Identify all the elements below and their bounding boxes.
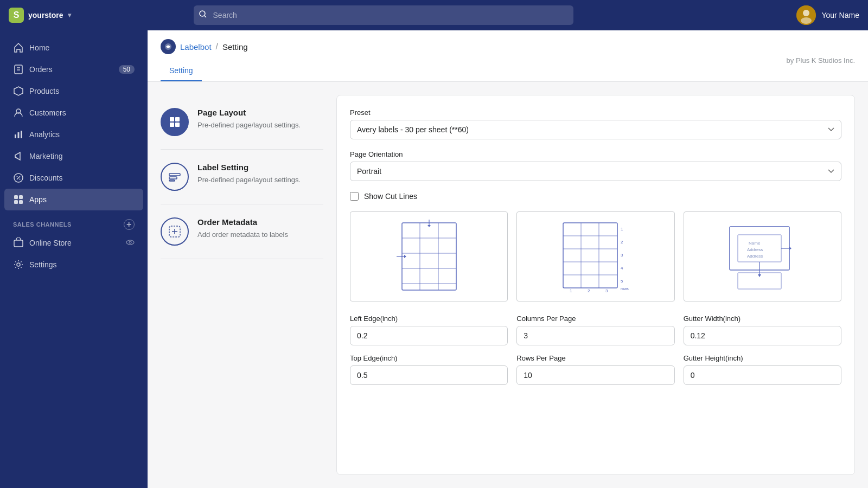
shopify-icon: S xyxy=(9,8,24,23)
marketing-icon xyxy=(13,151,24,162)
panel-label-setting-title: Label Setting xyxy=(197,163,301,172)
svg-marker-8 xyxy=(14,87,23,95)
user-name: Your Name xyxy=(821,11,859,20)
discounts-icon xyxy=(13,172,24,183)
svg-rect-36 xyxy=(402,223,456,290)
svg-text:Address: Address xyxy=(747,247,763,252)
sidebar-label-marketing: Marketing xyxy=(29,152,62,160)
panel-page-layout-title: Page Layout xyxy=(197,108,301,117)
sidebar-item-products[interactable]: Products xyxy=(4,80,143,102)
settings-icon xyxy=(13,259,24,270)
store-name: yourstore xyxy=(28,11,63,20)
sidebar-label-home: Home xyxy=(29,43,49,52)
analytics-icon xyxy=(13,129,24,140)
preset-label: Preset xyxy=(350,108,841,117)
products-icon xyxy=(13,86,24,97)
content-header: Labelbot / Setting Setting by Plus K Stu… xyxy=(148,30,868,82)
gutter-width-input[interactable] xyxy=(684,326,841,345)
svg-point-24 xyxy=(17,263,20,266)
svg-text:5: 5 xyxy=(621,279,623,284)
store-logo[interactable]: S yourstore ▾ xyxy=(9,8,71,23)
preset-select[interactable]: Avery labels - 30 per sheet (**60) Custo… xyxy=(350,120,841,139)
tab-setting[interactable]: Setting xyxy=(161,61,202,81)
left-edge-input[interactable] xyxy=(350,326,508,345)
order-metadata-icon xyxy=(161,217,189,246)
page-orientation-group: Page Orientation Portrait Landscape xyxy=(350,150,841,181)
panel-item-order-metadata[interactable]: Order Metadata Add order metadata to lab… xyxy=(161,204,323,259)
svg-rect-30 xyxy=(169,174,180,176)
svg-text:3: 3 xyxy=(605,288,608,293)
svg-rect-26 xyxy=(170,117,174,121)
rows-per-page-input[interactable] xyxy=(516,365,674,385)
sidebar-label-orders: Orders xyxy=(29,65,53,74)
dropdown-icon[interactable]: ▾ xyxy=(68,11,71,19)
breadcrumb-app-link[interactable]: Labelbot xyxy=(180,42,212,52)
svg-point-22 xyxy=(126,240,134,245)
svg-rect-27 xyxy=(175,117,180,121)
top-edge-group: Top Edge(inch) xyxy=(350,354,508,385)
sidebar-item-home[interactable]: Home xyxy=(4,37,143,59)
svg-text:Name: Name xyxy=(749,241,761,246)
home-icon xyxy=(13,42,24,53)
svg-rect-10 xyxy=(15,134,16,138)
add-sales-channel-button[interactable]: + xyxy=(124,219,135,230)
columns-per-page-input[interactable] xyxy=(516,326,674,345)
sidebar-item-settings[interactable]: Settings xyxy=(4,254,143,275)
columns-per-page-group: Columns Per Page xyxy=(516,314,674,345)
panel-page-layout-desc: Pre-defined page/layout settings. xyxy=(197,120,301,130)
sidebar-item-marketing[interactable]: Marketing xyxy=(4,145,143,167)
left-panel: Page Layout Pre-defined page/layout sett… xyxy=(161,95,323,475)
content-tabs: Setting xyxy=(161,61,248,81)
label-setting-icon xyxy=(161,163,189,191)
gutter-height-group: Gutter Height(inch) xyxy=(684,354,841,385)
svg-point-23 xyxy=(129,241,131,243)
panel-item-label-setting[interactable]: Label Setting Pre-defined page/layout se… xyxy=(161,150,323,204)
svg-line-1 xyxy=(205,16,206,17)
top-edge-label: Top Edge(inch) xyxy=(350,354,508,362)
gutter-height-input[interactable] xyxy=(684,365,841,385)
svg-text:rows: rows xyxy=(621,287,629,291)
search-input[interactable] xyxy=(194,5,573,25)
show-cut-lines-label[interactable]: Show Cut Lines xyxy=(364,192,417,201)
page-orientation-select[interactable]: Portrait Landscape xyxy=(350,162,841,181)
panel-item-page-layout[interactable]: Page Layout Pre-defined page/layout sett… xyxy=(161,95,323,150)
svg-text:3: 3 xyxy=(621,253,623,258)
svg-rect-12 xyxy=(21,131,22,138)
form-row-2: Top Edge(inch) Rows Per Page Gutter Heig… xyxy=(350,354,841,385)
sidebar-item-analytics[interactable]: Analytics xyxy=(4,124,143,145)
sidebar-item-online-store[interactable]: Online Store xyxy=(4,232,143,254)
panel-label-setting-desc: Pre-defined page/layout settings. xyxy=(197,175,301,185)
svg-rect-32 xyxy=(169,180,175,181)
svg-rect-19 xyxy=(14,200,18,204)
svg-marker-70 xyxy=(789,247,792,250)
sidebar-item-apps[interactable]: Apps xyxy=(4,189,143,210)
svg-rect-17 xyxy=(14,195,18,199)
user-menu[interactable]: Your Name xyxy=(796,5,859,25)
sales-channels-header: SALES CHANNELS + xyxy=(4,210,143,232)
rows-per-page-group: Rows Per Page xyxy=(516,354,674,385)
eye-icon xyxy=(126,238,135,248)
sidebar-label-settings: Settings xyxy=(29,260,57,269)
sidebar-item-orders[interactable]: Orders 50 xyxy=(4,59,143,80)
gutter-width-group: Gutter Width(inch) xyxy=(684,314,841,345)
sidebar-item-customers[interactable]: Customers xyxy=(4,102,143,124)
svg-text:2: 2 xyxy=(621,240,623,245)
svg-rect-31 xyxy=(169,177,177,179)
show-cut-lines-checkbox[interactable] xyxy=(350,192,359,201)
svg-rect-29 xyxy=(175,123,180,127)
left-edge-label: Left Edge(inch) xyxy=(350,314,508,323)
svg-rect-21 xyxy=(14,240,23,247)
sidebar-item-discounts[interactable]: Discounts xyxy=(4,167,143,189)
svg-marker-72 xyxy=(758,274,761,277)
svg-rect-5 xyxy=(15,65,22,74)
top-edge-input[interactable] xyxy=(350,365,508,385)
page-orientation-label: Page Orientation xyxy=(350,150,841,158)
online-store-icon xyxy=(13,237,24,248)
sidebar-label-discounts: Discounts xyxy=(29,174,62,182)
avatar xyxy=(796,5,816,25)
sidebar-label-online-store: Online Store xyxy=(29,239,72,247)
gutter-width-label: Gutter Width(inch) xyxy=(684,314,841,323)
content-body: Page Layout Pre-defined page/layout sett… xyxy=(148,82,868,488)
svg-point-3 xyxy=(803,10,809,16)
gutter-height-label: Gutter Height(inch) xyxy=(684,354,841,362)
